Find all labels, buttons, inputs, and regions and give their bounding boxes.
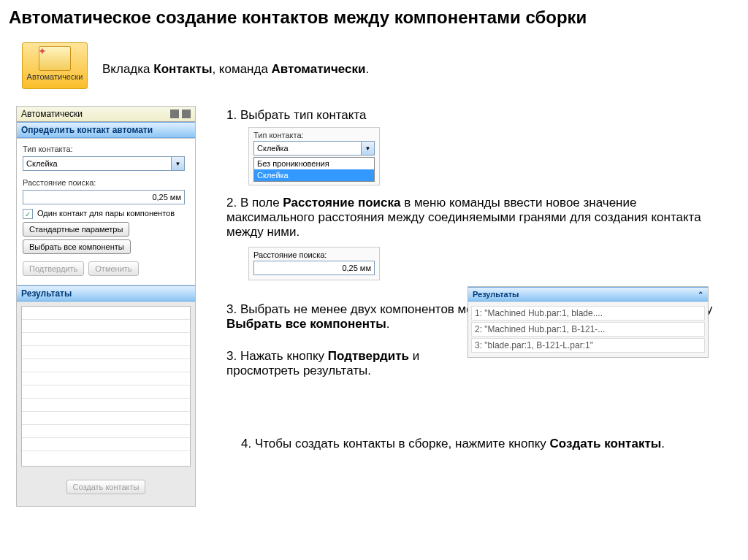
step2-illustration: Расстояние поиска: 0,25 мм xyxy=(248,247,380,280)
contact-type-select[interactable]: Склейка▼ xyxy=(23,156,185,171)
step1-text: 1. Выбрать тип контакта xyxy=(226,108,723,123)
results-panel-header[interactable]: Результаты⌃ xyxy=(468,287,708,302)
search-distance-input[interactable]: 0,25 мм xyxy=(23,190,185,204)
option-glue[interactable]: Склейка xyxy=(254,169,374,181)
auto-icon xyxy=(39,46,71,71)
cancel-button[interactable]: Отменить xyxy=(88,261,138,276)
results-panel: Результаты⌃ 1: "Machined Hub.par:1, blad… xyxy=(468,286,709,358)
dist-label: Расстояние поиска: xyxy=(23,178,189,187)
intro-text: Вкладка Контакты, команда Автоматически. xyxy=(102,62,369,77)
option-no-penetration[interactable]: Без проникновения xyxy=(254,158,374,169)
pair-label: Один контакт для пары компонентов xyxy=(37,209,175,218)
chevron-up-icon: ⌃ xyxy=(698,291,703,299)
result-item[interactable]: 1: "Machined Hub.par:1, blade.... xyxy=(471,306,705,321)
ribbon-auto-button[interactable]: Автоматически xyxy=(22,42,88,89)
step3b-text: 3. Нажать кнопку Подтвердить и просмотре… xyxy=(226,349,453,378)
type-label: Тип контакта: xyxy=(23,145,189,153)
chevron-down-icon: ▼ xyxy=(361,142,374,155)
confirm-button[interactable]: Подтвердить xyxy=(23,261,84,276)
instructions: 1. Выбрать тип контакта Тип контакта: Ск… xyxy=(226,108,723,454)
result-item[interactable]: 2: "Machined Hub.par:1, B-121-... xyxy=(471,322,705,337)
step1-dropdown[interactable]: Без проникновения Склейка xyxy=(253,157,375,182)
chevron-down-icon: ▼ xyxy=(171,157,184,170)
pin-icon[interactable] xyxy=(170,110,179,118)
step4-text: 4. Чтобы создать контакты в сборке, нажм… xyxy=(241,437,723,451)
step2-text: 2. В поле Расстояние поиска в меню коман… xyxy=(226,196,723,239)
standard-params-button[interactable]: Стандартные параметры xyxy=(23,222,129,237)
close-icon[interactable] xyxy=(182,110,191,118)
pair-checkbox[interactable]: ✓ xyxy=(23,209,33,219)
panel-tab[interactable]: Автоматически xyxy=(17,107,195,122)
step1-illustration: Тип контакта: Склейка▼ Без проникновения… xyxy=(248,127,380,185)
result-item[interactable]: 3: "blade.par:1, B-121-L.par:1" xyxy=(471,338,705,353)
panel-header: Определить контакт автомати xyxy=(17,122,195,138)
page-title: Автоматическое создание контактов между … xyxy=(0,0,748,32)
step1-select[interactable]: Склейка▼ xyxy=(253,141,375,156)
select-all-button[interactable]: Выбрать все компоненты xyxy=(23,239,131,254)
step2-value[interactable]: 0,25 мм xyxy=(253,261,375,275)
results-list xyxy=(21,306,191,467)
auto-panel: Автоматически Определить контакт автомат… xyxy=(16,106,196,507)
results-header[interactable]: Результаты xyxy=(17,285,195,302)
create-contacts-button[interactable]: Создать контакты xyxy=(66,480,146,494)
ribbon-label: Автоматически xyxy=(27,72,83,81)
